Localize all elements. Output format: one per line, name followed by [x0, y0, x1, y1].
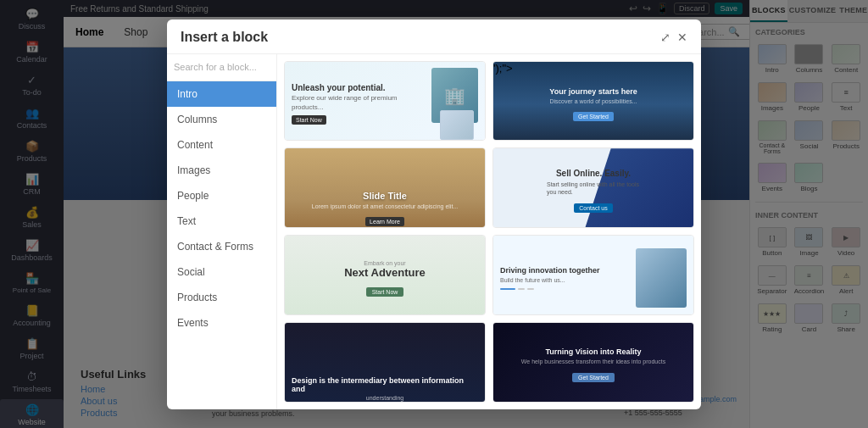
block-card-intro1[interactable]: Unleash your potential. Explore our wide… [284, 61, 486, 142]
modal-cat-text[interactable]: Text [167, 208, 276, 234]
modal-header: Insert a block ⤢ ✕ [167, 19, 701, 54]
modal-cat-images[interactable]: Images [167, 158, 276, 183]
block-card-sell[interactable]: Sell Online. Easily. Start selling onlin… [492, 147, 694, 228]
modal-cat-contact[interactable]: Contact & Forms [167, 234, 276, 259]
sell-btn: Contact us [574, 203, 612, 213]
modal-cat-content[interactable]: Content [167, 132, 276, 158]
slide-title: Slide Title [363, 191, 407, 201]
modal-cat-people[interactable]: People [167, 183, 276, 208]
driving-desc: Build the future with us... [500, 276, 631, 284]
fullscreen-icon[interactable]: ⤢ [660, 31, 670, 44]
sell-desc: Start selling online with all the tools … [547, 181, 640, 196]
turning-btn: Get Started [572, 373, 615, 382]
driving-title: Driving innovation together [500, 266, 631, 275]
intro1-title: Unleash your potential. [292, 83, 403, 92]
block-preview-grid: Unleash your potential. Explore our wide… [277, 54, 701, 409]
intro2-btn: Get Started [573, 112, 614, 121]
insert-block-modal: Insert a block ⤢ ✕ 🔍 Intro Columns Conte… [167, 19, 701, 409]
block-preview-slide: Slide Title Lorem ipsum dolor sit amet c… [285, 148, 485, 228]
modal-header-icons: ⤢ ✕ [660, 31, 687, 44]
modal-body: 🔍 Intro Columns Content Images People Te… [167, 54, 701, 409]
adventure-btn: Start Now [366, 287, 404, 297]
block-preview-adventure: Embark on your Next Adventure Start Now [285, 236, 485, 315]
block-card-slide[interactable]: Slide Title Lorem ipsum dolor sit amet c… [284, 147, 486, 228]
driving-image [636, 248, 687, 308]
intro1-desc: Explore our wide range of premium produc… [292, 94, 403, 112]
intro2-title: Your journey starts here [549, 87, 637, 96]
intro1-text: Unleash your potential. Explore our wide… [292, 83, 403, 125]
block-card-turning[interactable]: Turning Vision into Reality We help busi… [492, 322, 694, 403]
intro1-btn: Start Now [292, 115, 326, 125]
modal-search: 🔍 [167, 54, 276, 81]
close-icon[interactable]: ✕ [677, 31, 687, 44]
adventure-title: Next Adventure [344, 266, 426, 279]
design-title: Design is the intermediary between infor… [292, 376, 478, 393]
driving-text: Driving innovation together Build the fu… [500, 266, 631, 289]
turning-desc: We help businesses transform their ideas… [521, 358, 665, 365]
block-search-input[interactable] [174, 62, 291, 72]
block-preview-sell: Sell Online. Easily. Start selling onlin… [493, 148, 693, 228]
modal-overlay[interactable]: Insert a block ⤢ ✕ 🔍 Intro Columns Conte… [0, 0, 868, 428]
block-preview-design: Design is the intermediary between infor… [285, 323, 485, 403]
block-preview-intro1: Unleash your potential. Explore our wide… [285, 62, 485, 142]
block-preview-turning: Turning Vision into Reality We help busi… [493, 323, 693, 403]
block-preview-driving: Driving innovation together Build the fu… [493, 236, 693, 315]
block-card-intro2[interactable]: ');"> Your journey starts here Discover … [492, 61, 694, 142]
intro2-desc: Discover a world of possibilities... [549, 98, 637, 104]
slide-btn: Learn More [365, 217, 404, 226]
intro1-image2 [440, 110, 474, 140]
modal-cat-events[interactable]: Events [167, 310, 276, 336]
block-card-adventure[interactable]: Embark on your Next Adventure Start Now [284, 235, 486, 315]
modal-cat-intro[interactable]: Intro [167, 81, 276, 107]
modal-cat-columns[interactable]: Columns [167, 107, 276, 132]
modal-title: Insert a block [181, 30, 268, 45]
block-card-driving[interactable]: Driving innovation together Build the fu… [492, 235, 694, 315]
modal-cat-social[interactable]: Social [167, 259, 276, 285]
sell-title: Sell Online. Easily. [556, 169, 631, 178]
block-preview-intro2: ');"> Your journey starts here Discover … [493, 62, 693, 142]
modal-sidebar: 🔍 Intro Columns Content Images People Te… [167, 54, 277, 409]
adventure-label: Embark on your [364, 260, 405, 266]
slide-desc: Lorem ipsum dolor sit amet consectetur a… [312, 203, 458, 210]
modal-cat-products[interactable]: Products [167, 285, 276, 310]
design-desc: understanding [366, 395, 403, 401]
block-card-design[interactable]: Design is the intermediary between infor… [284, 322, 486, 403]
turning-title: Turning Vision into Reality [545, 347, 641, 356]
